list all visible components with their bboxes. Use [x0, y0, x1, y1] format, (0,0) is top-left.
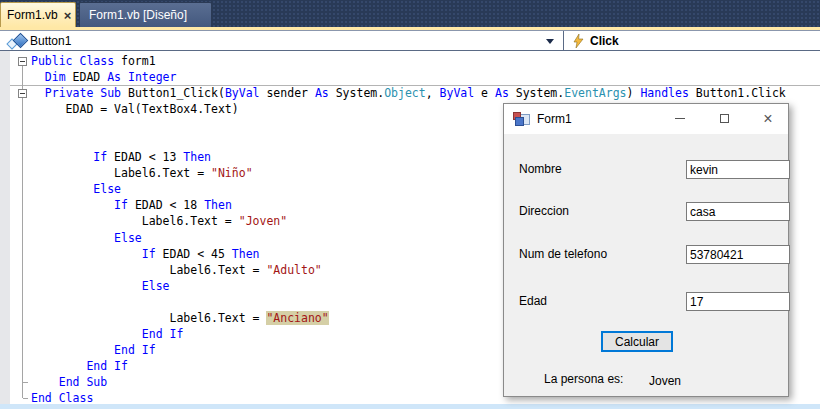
window-titlebar[interactable]: Form1 × [504, 104, 788, 134]
minimize-icon [675, 118, 685, 119]
event-lightning-icon [573, 34, 584, 48]
label-direccion: Direccion [519, 204, 569, 218]
outlining-end-tick [23, 398, 28, 399]
result-value: Joven [649, 374, 681, 388]
close-icon[interactable]: × [64, 10, 72, 21]
event-dropdown-label: Click [590, 34, 619, 48]
code-line: Private Sub Button1_Click(ByVal sender A… [31, 85, 786, 101]
window-title: Form1 [537, 112, 572, 126]
code-line: Dim EDAD As Integer [31, 69, 786, 85]
textbox-telefono[interactable] [686, 245, 790, 264]
label-nombre: Nombre [519, 162, 562, 176]
document-tab-strip: Form1.vb × Form1.vb [Diseño] [0, 0, 820, 27]
form1-window: Form1 × Nombre Direccion Num de telefono… [503, 103, 789, 397]
bottom-strip [0, 404, 820, 409]
label-telefono: Num de telefono [519, 247, 607, 261]
collapse-toggle-icon[interactable] [18, 57, 27, 66]
chevron-down-icon[interactable] [546, 39, 554, 44]
textbox-nombre[interactable] [686, 160, 790, 179]
collapse-toggle-icon[interactable] [18, 89, 27, 98]
tab-label: Form1.vb [Diseño] [89, 8, 187, 22]
outlining-line [22, 66, 23, 398]
minimize-button[interactable] [658, 104, 702, 133]
close-button[interactable]: × [746, 104, 790, 133]
object-dropdown-label: Button1 [30, 34, 71, 48]
winforms-app-icon [513, 112, 528, 126]
tab-label: Form1.vb [7, 8, 58, 22]
code-line: Public Class form1 [31, 53, 786, 69]
object-dropdown[interactable]: Button1 [0, 31, 563, 50]
calcular-button[interactable]: Calcular [601, 331, 673, 352]
code-navigation-bar: Button1 Click [0, 30, 820, 51]
maximize-button[interactable] [702, 104, 746, 133]
textbox-edad[interactable] [686, 292, 790, 311]
result-caption: La persona es: [544, 372, 623, 386]
label-edad: Edad [519, 294, 547, 308]
tab-form1-code[interactable]: Form1.vb × [0, 2, 76, 27]
maximize-icon [720, 114, 729, 123]
object-icon [7, 33, 27, 49]
textbox-direccion[interactable] [686, 202, 790, 221]
tab-form1-design[interactable]: Form1.vb [Diseño] [79, 2, 212, 27]
close-icon: × [763, 112, 772, 126]
editor-gutter [0, 51, 10, 409]
event-dropdown[interactable]: Click [564, 31, 820, 50]
outlining-end-tick [23, 382, 28, 383]
